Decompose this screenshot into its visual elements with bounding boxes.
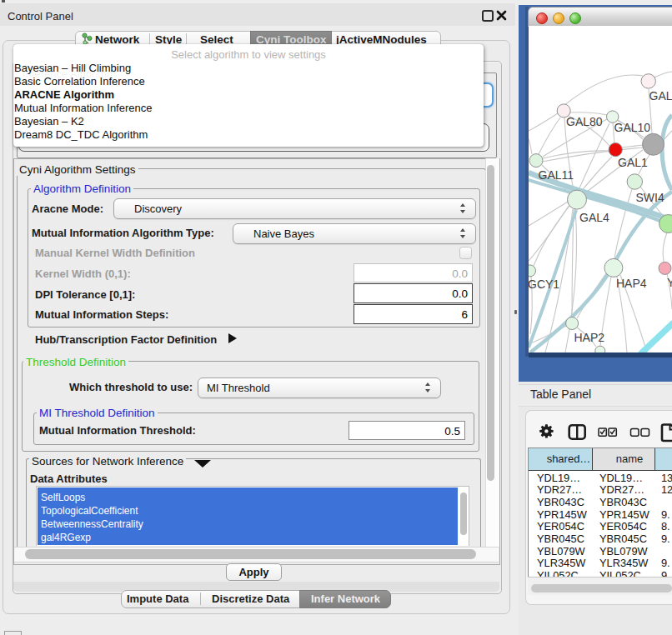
svg-text:HAP4: HAP4 — [616, 277, 647, 290]
svg-text:GAL4: GAL4 — [579, 211, 609, 224]
svg-text:GAL1: GAL1 — [618, 156, 648, 169]
svg-text:SWI4: SWI4 — [636, 191, 664, 204]
svg-text:Y: Y — [667, 276, 672, 289]
svg-text:GCY1: GCY1 — [529, 278, 559, 291]
svg-text:GAL80: GAL80 — [566, 115, 603, 128]
svg-text:GAL: GAL — [649, 89, 672, 102]
svg-text:HAP2: HAP2 — [574, 331, 605, 344]
svg-text:GAL10: GAL10 — [614, 121, 651, 134]
svg-text:GAL11: GAL11 — [539, 168, 574, 182]
